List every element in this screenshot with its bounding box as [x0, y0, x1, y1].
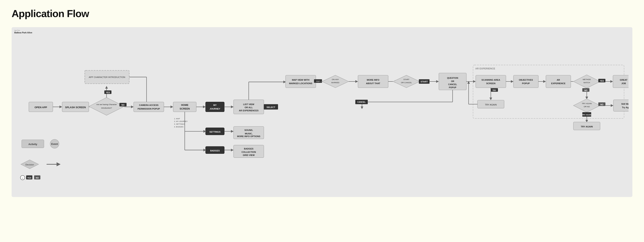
svg-text:MAP VIEW WITH: MAP VIEW WITH — [292, 79, 310, 81]
svg-text:Try Again?: Try Again? — [622, 106, 628, 108]
svg-text:MORE INFO OPTIONS: MORE INFO OPTIONS — [237, 135, 260, 138]
svg-rect-112 — [613, 75, 628, 88]
svg-text:OPEN APP: OPEN APP — [35, 106, 47, 109]
svg-text:OR CANCEL: OR CANCEL — [401, 81, 412, 84]
svg-text:Introduction?: Introduction? — [101, 107, 112, 109]
svg-marker-6 — [89, 97, 124, 115]
svg-rect-31 — [206, 102, 224, 112]
svg-text:BADGES: BADGES — [244, 148, 254, 150]
svg-text:CANCEL: CANCEL — [358, 101, 366, 103]
svg-text:ABOUT THAT: ABOUT THAT — [366, 82, 380, 84]
svg-text:START: START — [404, 78, 410, 80]
svg-rect-23 — [173, 102, 196, 112]
svg-rect-19 — [134, 102, 164, 112]
svg-text:OBJECTIVES: OBJECTIVES — [519, 79, 533, 81]
svg-text:LIST VIEW: LIST VIEW — [243, 103, 254, 105]
svg-text:SETTINGS: SETTINGS — [210, 131, 220, 133]
svg-text:AR: AR — [557, 79, 560, 81]
svg-text:TRY AGAIN: TRY AGAIN — [581, 126, 593, 128]
svg-rect-129 — [614, 100, 628, 111]
svg-text:NO: NO — [36, 177, 39, 179]
svg-rect-98 — [514, 75, 538, 88]
svg-text:3. SETTINGS: 3. SETTINGS — [174, 123, 185, 125]
svg-text:PERMISSION POPUP: PERMISSION POPUP — [138, 108, 160, 110]
page-title: Application Flow — [12, 8, 632, 19]
svg-text:MARKED LOCATIONS: MARKED LOCATIONS — [289, 82, 312, 84]
flow-svg-area: OPEN APP SPLASH SCREEN Are we having Cha… — [16, 33, 628, 193]
svg-text:YES: YES — [600, 80, 604, 82]
svg-text:Decision: Decision — [25, 164, 34, 166]
svg-text:CANCEL: CANCEL — [448, 83, 457, 85]
svg-text:POPUP: POPUP — [449, 86, 456, 89]
svg-text:TRY: TRY — [492, 89, 496, 91]
svg-text:Are we having Character: Are we having Character — [96, 103, 117, 105]
app-name-label: Balboa Park Alive — [14, 31, 32, 34]
svg-text:MUSIC,: MUSIC, — [245, 133, 252, 135]
svg-text:OR NO: OR NO — [584, 105, 590, 108]
svg-text:ON ANY: ON ANY — [332, 78, 339, 80]
svg-text:TRY AGAIN: TRY AGAIN — [582, 114, 592, 116]
svg-text:MY: MY — [213, 104, 217, 106]
svg-text:Still Want to: Still Want to — [621, 103, 628, 105]
svg-text:BADGES: BADGES — [210, 150, 220, 152]
svg-text:MORE INFO: MORE INFO — [367, 79, 379, 81]
svg-text:GREAT: GREAT — [620, 79, 627, 81]
svg-text:YES: YES — [106, 91, 110, 94]
svg-text:1. MAP: 1. MAP — [174, 118, 180, 120]
svg-text:NO: NO — [584, 89, 587, 91]
svg-text:GRID VIEW: GRID VIEW — [243, 154, 255, 156]
svg-rect-102 — [546, 75, 571, 88]
svg-text:TRY AGAIN: TRY AGAIN — [485, 103, 497, 106]
svg-text:JOB: JOB — [621, 82, 626, 84]
svg-text:NO: NO — [122, 104, 124, 106]
svg-text:HOME: HOME — [181, 104, 188, 106]
svg-text:APP CHARACTER INTRODUCTION: APP CHARACTER INTRODUCTION — [89, 76, 125, 78]
svg-text:POPUP: POPUP — [522, 82, 530, 84]
svg-text:SELECT: SELECT — [266, 106, 275, 108]
svg-text:1: 1 — [22, 177, 23, 179]
svg-text:OR: OR — [451, 80, 454, 82]
app-flow-label: App Flow — [14, 30, 20, 31]
svg-text:Activity: Activity — [28, 143, 37, 146]
svg-rect-94 — [476, 75, 506, 88]
svg-text:CAMERA ACCESS: CAMERA ACCESS — [139, 104, 158, 106]
svg-rect-71 — [358, 75, 388, 88]
svg-text:COLLECTION: COLLECTION — [242, 151, 256, 153]
svg-text:JOURNEY: JOURNEY — [210, 108, 220, 110]
svg-text:OR ALL: OR ALL — [244, 106, 253, 108]
svg-text:AR EXPERIENCES: AR EXPERIENCES — [239, 109, 259, 112]
svg-text:YES: YES — [27, 177, 31, 179]
svg-text:SCANNING AREA: SCANNING AREA — [482, 79, 500, 81]
svg-text:SCREEN: SCREEN — [486, 82, 496, 84]
svg-text:AR EXPERIENCE: AR EXPERIENCE — [475, 67, 495, 70]
svg-text:METHOD: METHOD — [583, 78, 591, 80]
flow-diagram-container: App Flow Balboa Park Alive OPEN APP SPLA… — [12, 27, 632, 197]
svg-text:SCREEN: SCREEN — [180, 107, 190, 110]
svg-text:SOUND,: SOUND, — [244, 129, 253, 131]
svg-text:2. MY JOURNEY: 2. MY JOURNEY — [174, 120, 188, 122]
svg-text:4. BADGES: 4. BADGES — [174, 126, 184, 128]
svg-text:SPLASH SCREEN: SPLASH SCREEN — [65, 106, 86, 109]
svg-text:NO: NO — [600, 103, 603, 106]
svg-text:START: START — [420, 80, 428, 83]
svg-text:TRY AGAIN: TRY AGAIN — [582, 102, 592, 104]
svg-text:MARKED: MARKED — [331, 81, 339, 84]
svg-text:QUESTION: QUESTION — [447, 77, 458, 79]
svg-rect-61 — [286, 75, 316, 88]
svg-text:Event: Event — [51, 143, 58, 146]
svg-text:MATCH: MATCH — [584, 81, 590, 84]
svg-text:EXPERIENCE: EXPERIENCE — [551, 82, 566, 84]
